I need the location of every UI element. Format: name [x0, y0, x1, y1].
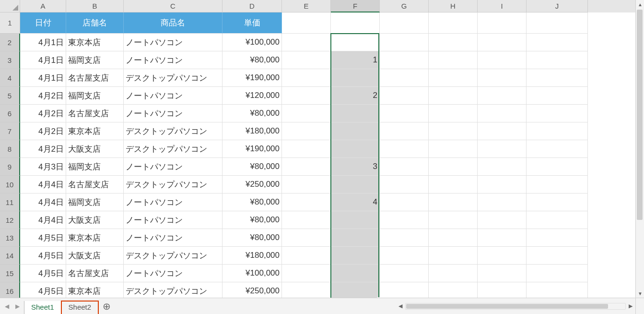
cell-B6[interactable]: 名古屋支店: [66, 105, 124, 122]
cell-I16[interactable]: [478, 282, 527, 298]
cell-I13[interactable]: [478, 229, 527, 247]
cell-F10[interactable]: [331, 176, 380, 193]
row-header-13[interactable]: 13: [0, 229, 20, 247]
cell-D12[interactable]: ¥80,000: [222, 211, 282, 229]
cell-F5[interactable]: 2: [331, 87, 380, 105]
cell-C10[interactable]: デスクトップパソコン: [124, 176, 222, 193]
row-header-9[interactable]: 9: [0, 158, 20, 176]
cell-G10[interactable]: [380, 176, 429, 193]
cell-H6[interactable]: [429, 105, 478, 122]
cell-B1[interactable]: 店舗名: [66, 12, 124, 34]
cell-G2[interactable]: [380, 34, 429, 51]
cell-C6[interactable]: ノートパソコン: [124, 105, 222, 122]
cell-B13[interactable]: 東京本店: [66, 229, 124, 247]
cell-F4[interactable]: [331, 69, 380, 87]
cell-I9[interactable]: [478, 158, 527, 176]
row-header-2[interactable]: 2: [0, 34, 20, 51]
cell-I8[interactable]: [478, 140, 527, 158]
cell-J3[interactable]: [527, 51, 588, 69]
cell-D2[interactable]: ¥100,000: [222, 34, 282, 51]
cell-C16[interactable]: デスクトップパソコン: [124, 282, 222, 298]
cell-F2[interactable]: [331, 34, 380, 51]
horizontal-scroll-thumb[interactable]: [406, 304, 608, 309]
cell-G14[interactable]: [380, 247, 429, 265]
cell-H15[interactable]: [429, 265, 478, 282]
cell-I12[interactable]: [478, 211, 527, 229]
cell-C11[interactable]: ノートパソコン: [124, 193, 222, 211]
cell-I15[interactable]: [478, 265, 527, 282]
cell-H12[interactable]: [429, 211, 478, 229]
row-header-14[interactable]: 14: [0, 247, 20, 265]
row-header-6[interactable]: 6: [0, 105, 20, 122]
cell-H7[interactable]: [429, 122, 478, 140]
cell-I4[interactable]: [478, 69, 527, 87]
cell-D4[interactable]: ¥190,000: [222, 69, 282, 87]
cell-H8[interactable]: [429, 140, 478, 158]
row-header-16[interactable]: 16: [0, 282, 20, 298]
cell-D10[interactable]: ¥250,000: [222, 176, 282, 193]
cell-B5[interactable]: 福岡支店: [66, 87, 124, 105]
cell-F9[interactable]: 3: [331, 158, 380, 176]
sheet-tab-sheet2[interactable]: Sheet2: [61, 301, 99, 314]
cell-G15[interactable]: [380, 265, 429, 282]
column-header-c[interactable]: C: [124, 0, 222, 12]
scroll-right-button[interactable]: ▶: [626, 302, 635, 311]
cell-J10[interactable]: [527, 176, 588, 193]
cell-B11[interactable]: 福岡支店: [66, 193, 124, 211]
cell-F7[interactable]: [331, 122, 380, 140]
cell-A11[interactable]: 4月4日: [20, 193, 66, 211]
cell-E6[interactable]: [282, 105, 331, 122]
cell-J15[interactable]: [527, 265, 588, 282]
cell-G13[interactable]: [380, 229, 429, 247]
cell-G16[interactable]: [380, 282, 429, 298]
cell-F16[interactable]: [331, 282, 380, 298]
cell-J14[interactable]: [527, 247, 588, 265]
row-header-4[interactable]: 4: [0, 69, 20, 87]
scroll-down-button[interactable]: ▼: [636, 289, 644, 298]
cell-A9[interactable]: 4月3日: [20, 158, 66, 176]
cell-C5[interactable]: ノートパソコン: [124, 87, 222, 105]
cell-C12[interactable]: ノートパソコン: [124, 211, 222, 229]
cell-A2[interactable]: 4月1日: [20, 34, 66, 51]
cell-I1[interactable]: [478, 12, 527, 34]
row-header-8[interactable]: 8: [0, 140, 20, 158]
cell-C2[interactable]: ノートパソコン: [124, 34, 222, 51]
cell-C1[interactable]: 商品名: [124, 12, 222, 34]
cell-H13[interactable]: [429, 229, 478, 247]
cell-H10[interactable]: [429, 176, 478, 193]
cell-H1[interactable]: [429, 12, 478, 34]
column-header-e[interactable]: E: [282, 0, 331, 12]
cell-I2[interactable]: [478, 34, 527, 51]
new-sheet-button[interactable]: ⊕: [98, 298, 115, 314]
column-header-i[interactable]: I: [478, 0, 527, 12]
cell-B3[interactable]: 福岡支店: [66, 51, 124, 69]
cell-C15[interactable]: ノートパソコン: [124, 265, 222, 282]
cell-E11[interactable]: [282, 193, 331, 211]
cell-G12[interactable]: [380, 211, 429, 229]
cell-A4[interactable]: 4月1日: [20, 69, 66, 87]
column-header-j[interactable]: J: [527, 0, 588, 12]
row-header-10[interactable]: 10: [0, 176, 20, 193]
cell-C7[interactable]: デスクトップパソコン: [124, 122, 222, 140]
cell-F11[interactable]: 4: [331, 193, 380, 211]
cell-J12[interactable]: [527, 211, 588, 229]
tab-scroll-right-button[interactable]: ▶: [13, 302, 21, 310]
cell-F15[interactable]: [331, 265, 380, 282]
cell-D8[interactable]: ¥190,000: [222, 140, 282, 158]
cell-E16[interactable]: [282, 282, 331, 298]
cell-A7[interactable]: 4月2日: [20, 122, 66, 140]
cell-E4[interactable]: [282, 69, 331, 87]
cell-I14[interactable]: [478, 247, 527, 265]
cell-C13[interactable]: ノートパソコン: [124, 229, 222, 247]
cell-I10[interactable]: [478, 176, 527, 193]
scroll-up-button[interactable]: ▲: [636, 0, 644, 9]
cell-F8[interactable]: [331, 140, 380, 158]
cell-C14[interactable]: デスクトップパソコン: [124, 247, 222, 265]
sheet-tab-sheet1[interactable]: Sheet1: [24, 301, 61, 314]
cell-D5[interactable]: ¥120,000: [222, 87, 282, 105]
cell-B2[interactable]: 東京本店: [66, 34, 124, 51]
cell-E15[interactable]: [282, 265, 331, 282]
horizontal-scroll-track[interactable]: [405, 303, 626, 310]
column-header-h[interactable]: H: [429, 0, 478, 12]
cell-F1[interactable]: [331, 12, 380, 34]
